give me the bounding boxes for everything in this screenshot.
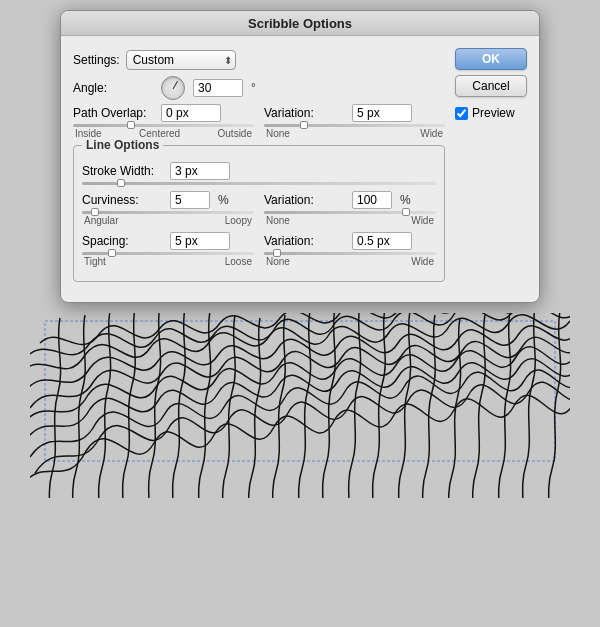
preview-label: Preview bbox=[472, 106, 515, 120]
curviness-variation-row: Curviness: % Angular bbox=[82, 191, 436, 232]
scribble-preview-area bbox=[30, 313, 570, 498]
dialog-buttons-panel: OK Cancel Preview bbox=[455, 46, 527, 290]
angle-dial[interactable] bbox=[161, 76, 185, 100]
spacing-slider-thumb[interactable] bbox=[108, 249, 116, 257]
curviness-variation-section: Variation: % None bbox=[264, 191, 436, 232]
angle-unit: ° bbox=[251, 81, 256, 95]
variation1-section: Variation: None Wide bbox=[264, 104, 445, 145]
dialog-main-content: Settings: Custom Default Snarl Tight Loo… bbox=[73, 46, 445, 290]
spacing-variation-slider-labels: None Wide bbox=[264, 256, 436, 267]
curviness-variation-unit: % bbox=[400, 193, 411, 207]
path-overlap-slider-track bbox=[73, 124, 254, 127]
settings-select-wrapper[interactable]: Custom Default Snarl Tight Loose ⬍ bbox=[126, 50, 236, 70]
angle-row: Angle: ° bbox=[73, 76, 445, 100]
curviness-variation-input[interactable] bbox=[352, 191, 392, 209]
spacing-slider-track bbox=[82, 252, 254, 255]
spacing-section: Spacing: Tight bbox=[82, 232, 254, 273]
spacing-slider-container: Tight Loose bbox=[82, 252, 254, 267]
spacing-variation-input[interactable] bbox=[352, 232, 412, 250]
curviness-slider-thumb[interactable] bbox=[91, 208, 99, 216]
angle-indicator bbox=[173, 81, 178, 89]
curviness-variation-label: Variation: bbox=[264, 193, 344, 207]
curviness-slider-labels: Angular Loopy bbox=[82, 215, 254, 226]
spacing-variation-label: Variation: bbox=[264, 234, 344, 248]
stroke-width-label: Stroke Width: bbox=[82, 164, 162, 178]
line-options-legend: Line Options bbox=[82, 138, 163, 152]
path-overlap-input[interactable] bbox=[161, 104, 221, 122]
path-overlap-label: Path Overlap: bbox=[73, 106, 153, 120]
curviness-section: Curviness: % Angular bbox=[82, 191, 254, 232]
dialog-title: Scribble Options bbox=[61, 11, 539, 36]
angle-input[interactable] bbox=[193, 79, 243, 97]
spacing-field-row: Spacing: bbox=[82, 232, 254, 250]
stroke-width-slider-track bbox=[82, 182, 436, 185]
line-options-group: Line Options Stroke Width: bbox=[73, 145, 445, 282]
spacing-variation-field-row: Variation: bbox=[264, 232, 436, 250]
spacing-variation-slider-container: None Wide bbox=[264, 252, 436, 267]
spacing-slider-labels: Tight Loose bbox=[82, 256, 254, 267]
settings-row: Settings: Custom Default Snarl Tight Loo… bbox=[73, 50, 445, 70]
spacing-variation-row: Spacing: Tight bbox=[82, 232, 436, 273]
stroke-width-field-row: Stroke Width: bbox=[82, 162, 436, 180]
preview-checkbox-row: Preview bbox=[455, 106, 527, 120]
path-overlap-slider-thumb[interactable] bbox=[127, 121, 135, 129]
curviness-slider-container: Angular Loopy bbox=[82, 211, 254, 226]
spacing-variation-slider-thumb[interactable] bbox=[273, 249, 281, 257]
curviness-variation-slider-container: None Wide bbox=[264, 211, 436, 226]
path-overlap-field-row: Path Overlap: bbox=[73, 104, 254, 122]
variation1-label: Variation: bbox=[264, 106, 344, 120]
variation1-field-row: Variation: bbox=[264, 104, 445, 122]
variation1-slider-labels: None Wide bbox=[264, 128, 445, 139]
stroke-width-input[interactable] bbox=[170, 162, 230, 180]
settings-label: Settings: bbox=[73, 53, 120, 67]
curviness-variation-slider-track bbox=[264, 211, 436, 214]
ok-button[interactable]: OK bbox=[455, 48, 527, 70]
cancel-button[interactable]: Cancel bbox=[455, 75, 527, 97]
variation1-slider-track bbox=[264, 124, 445, 127]
dialog-body: Settings: Custom Default Snarl Tight Loo… bbox=[61, 36, 539, 302]
path-overlap-slider-container: Inside Centered Outside bbox=[73, 124, 254, 139]
curviness-slider-track bbox=[82, 211, 254, 214]
curviness-unit: % bbox=[218, 193, 229, 207]
line-options-content: Stroke Width: Curvines bbox=[82, 152, 436, 273]
curviness-variation-field-row: Variation: % bbox=[264, 191, 436, 209]
curviness-input[interactable] bbox=[170, 191, 210, 209]
scribble-svg bbox=[30, 313, 570, 498]
spacing-input[interactable] bbox=[170, 232, 230, 250]
spacing-variation-slider-track bbox=[264, 252, 436, 255]
app-background: Scribble Options Settings: Custom Defaul… bbox=[0, 0, 600, 627]
variation1-slider-container: None Wide bbox=[264, 124, 445, 139]
variation1-input[interactable] bbox=[352, 104, 412, 122]
title-text: Scribble Options bbox=[248, 16, 352, 31]
settings-select[interactable]: Custom Default Snarl Tight Loose bbox=[126, 50, 236, 70]
preview-checkbox[interactable] bbox=[455, 107, 468, 120]
spacing-label: Spacing: bbox=[82, 234, 162, 248]
variation1-slider-thumb[interactable] bbox=[300, 121, 308, 129]
stroke-width-slider-thumb[interactable] bbox=[117, 179, 125, 187]
curviness-label: Curviness: bbox=[82, 193, 162, 207]
stroke-width-slider-container bbox=[82, 182, 436, 185]
curviness-variation-slider-labels: None Wide bbox=[264, 215, 436, 226]
curviness-field-row: Curviness: % bbox=[82, 191, 254, 209]
angle-label: Angle: bbox=[73, 81, 153, 95]
scribble-options-dialog: Scribble Options Settings: Custom Defaul… bbox=[60, 10, 540, 303]
curviness-variation-slider-thumb[interactable] bbox=[402, 208, 410, 216]
spacing-variation-section: Variation: None bbox=[264, 232, 436, 273]
